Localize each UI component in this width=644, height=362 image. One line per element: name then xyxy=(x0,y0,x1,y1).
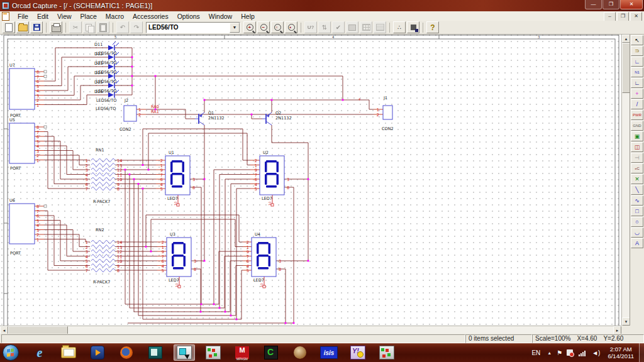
toolbar-button-zoom-all[interactable]: ▪ xyxy=(285,21,297,33)
led-diode[interactable] xyxy=(108,45,114,50)
palette-tool-place-arc[interactable]: ◡ xyxy=(631,228,643,238)
show-desktop-button[interactable] xyxy=(639,343,644,362)
palette-tool-place-polyline[interactable]: ∿ xyxy=(631,195,643,206)
child-minimize-button[interactable]: – xyxy=(604,12,616,21)
vertical-scrollbar[interactable]: ▲ ▼ xyxy=(621,35,630,326)
taskbar-icon-orcad-layout[interactable] xyxy=(203,344,224,361)
resistor[interactable] xyxy=(91,245,115,249)
component-body[interactable] xyxy=(9,204,35,244)
child-close-button[interactable]: ✕ xyxy=(630,12,642,21)
menu-item-help[interactable]: Help xyxy=(236,12,259,21)
menu-item-place[interactable]: Place xyxy=(76,12,101,21)
palette-tool-place-off-page-connector[interactable]: «C xyxy=(631,163,643,173)
taskbar-icon-document-viewer[interactable] xyxy=(145,344,166,361)
wire[interactable] xyxy=(219,175,250,309)
wire[interactable] xyxy=(44,160,90,161)
toolbar-button-print[interactable] xyxy=(50,21,62,33)
volume-icon[interactable]: ◄) xyxy=(592,349,600,356)
child-restore-button[interactable]: ❐ xyxy=(617,12,629,21)
taskbar-icon-internet-explorer[interactable]: e xyxy=(29,344,50,361)
resistor[interactable] xyxy=(91,268,115,272)
palette-tool-place-power[interactable]: PWR xyxy=(631,110,643,120)
menu-item-accessories[interactable]: Accessories xyxy=(128,12,173,21)
resistor[interactable] xyxy=(91,158,115,162)
resistor[interactable] xyxy=(91,177,115,181)
toolbar-button-open[interactable] xyxy=(16,21,29,33)
taskbar-icon-globe-app[interactable] xyxy=(289,344,311,361)
palette-tool-place-text[interactable]: A xyxy=(631,238,643,248)
part-search-combo[interactable]: LED56/TO▼ xyxy=(146,22,240,33)
resistor[interactable] xyxy=(91,255,115,258)
taskbar-icon-firefox[interactable] xyxy=(116,344,137,361)
wire[interactable] xyxy=(132,76,343,100)
child-window-icon[interactable] xyxy=(2,12,9,21)
toolbar-button-help[interactable]: ? xyxy=(426,21,439,33)
tray-expand-icon[interactable]: ▲ xyxy=(544,351,555,355)
palette-tool-select[interactable]: ↖ xyxy=(631,35,643,45)
close-button[interactable]: ✕ xyxy=(620,0,643,9)
palette-tool-place-bus[interactable]: ∟ xyxy=(631,78,643,88)
wire[interactable] xyxy=(242,270,243,319)
toolbar-button-new[interactable] xyxy=(3,21,15,33)
part-search-value[interactable]: LED56/TO xyxy=(147,24,230,31)
taskbar-icon-yahoo-messenger[interactable] xyxy=(347,344,369,361)
resistor[interactable] xyxy=(91,168,115,172)
menu-item-view[interactable]: View xyxy=(53,12,76,21)
palette-tool-place-ground[interactable]: GND xyxy=(631,121,643,131)
minimize-button[interactable]: — xyxy=(585,0,602,9)
taskbar-icon-c-compiler[interactable] xyxy=(260,344,282,361)
toolbar-button-zoom-in[interactable]: + xyxy=(243,21,256,33)
wire[interactable] xyxy=(369,100,374,109)
menu-item-file[interactable]: File xyxy=(13,12,33,21)
toolbar-button-zoom-area[interactable]: ▫ xyxy=(271,21,284,33)
palette-tool-place-part[interactable]: ⊃ xyxy=(631,46,643,56)
menu-item-options[interactable]: Options xyxy=(173,12,204,21)
clock[interactable]: 2:07 AM 6/14/2011 xyxy=(602,346,639,359)
language-indicator[interactable]: EN xyxy=(528,349,544,356)
combo-dropdown-icon[interactable]: ▼ xyxy=(230,23,240,33)
start-button[interactable] xyxy=(3,344,19,361)
wire[interactable] xyxy=(44,216,90,266)
palette-tool-place-junction[interactable]: + xyxy=(631,89,643,99)
wire[interactable] xyxy=(44,239,90,243)
component-body[interactable] xyxy=(383,106,392,119)
schematic-canvas[interactable]: 543U7PORTU5PORTU6PORTJ2CON2J1CON2RA0RA1+… xyxy=(0,35,621,326)
resistor[interactable] xyxy=(91,182,115,186)
palette-tool-place-rectangle[interactable]: □ xyxy=(631,206,643,216)
resistor[interactable] xyxy=(91,264,115,268)
palette-tool-place-line[interactable]: ╲ xyxy=(631,185,643,195)
palette-tool-place-ellipse[interactable]: ○ xyxy=(631,217,643,227)
component-body[interactable] xyxy=(124,106,136,121)
wire[interactable] xyxy=(44,230,90,252)
flag-icon[interactable]: ⚑ xyxy=(555,349,564,356)
toolbar-button-snap-to-grid[interactable]: ∴ xyxy=(393,21,406,33)
wire[interactable] xyxy=(252,114,262,119)
wire[interactable] xyxy=(143,129,250,165)
resistor[interactable] xyxy=(91,173,115,177)
palette-tool-place-net-alias[interactable]: N1 xyxy=(631,67,643,77)
menu-item-macro[interactable]: Macro xyxy=(101,12,128,21)
component-body[interactable] xyxy=(9,69,35,109)
toolbar-button-save[interactable] xyxy=(30,21,43,33)
wire[interactable] xyxy=(44,234,90,247)
action-center-icon[interactable] xyxy=(567,349,573,356)
wire[interactable] xyxy=(44,221,90,261)
taskbar-icon-windows-explorer[interactable] xyxy=(58,344,79,361)
wire[interactable] xyxy=(225,256,243,309)
taskbar-icon-windows-media-player[interactable] xyxy=(87,344,108,361)
wire[interactable] xyxy=(44,211,90,271)
palette-tool-place-wire[interactable]: ∟ xyxy=(631,57,643,67)
taskbar-icon-mpasm[interactable]: MPASM xyxy=(231,344,253,361)
toolbar-button-select-block[interactable] xyxy=(407,21,419,33)
resistor[interactable] xyxy=(91,259,115,263)
taskbar-icon-proteus-isis[interactable]: isis xyxy=(318,344,340,361)
maximize-button[interactable]: ❐ xyxy=(602,0,619,9)
menu-item-edit[interactable]: Edit xyxy=(33,12,53,21)
taskbar-icon-orcad-layout-alt[interactable] xyxy=(376,344,397,361)
network-icon[interactable] xyxy=(579,349,586,356)
palette-tool-place-hierarchical-block[interactable]: ▣ xyxy=(631,131,643,141)
palette-tool-place-pin[interactable]: ⊣ xyxy=(631,153,643,163)
palette-tool-place-bus-entry[interactable]: / xyxy=(631,99,643,109)
schematic-page[interactable]: 543U7PORTU5PORTU6PORTJ2CON2J1CON2RA0RA1+… xyxy=(0,35,621,326)
component-body[interactable] xyxy=(9,123,35,163)
